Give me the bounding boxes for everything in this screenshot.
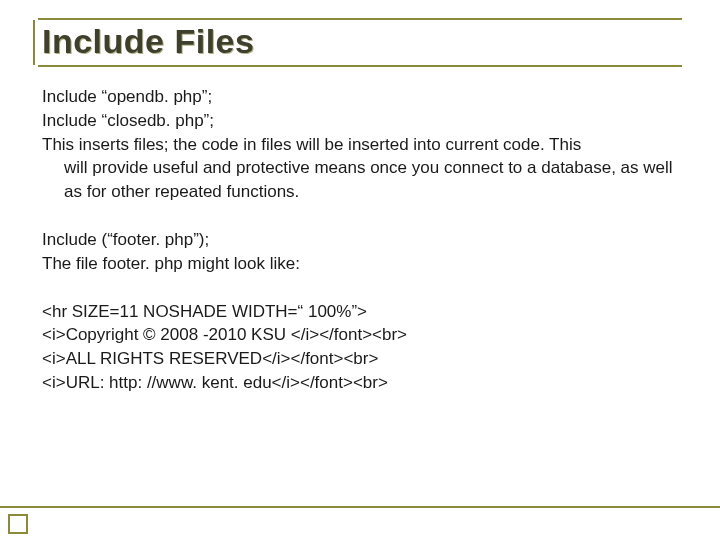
title-container: Include Files [38, 18, 682, 67]
description-cont: will provide useful and protective means… [42, 156, 682, 204]
code-line: <i>URL: http: //www. kent. edu</i></font… [42, 371, 682, 395]
code-line: The file footer. php might look like: [42, 252, 682, 276]
corner-square-icon [8, 514, 28, 534]
paragraph-block-3: <hr SIZE=11 NOSHADE WIDTH=“ 100%”> <i>Co… [42, 300, 682, 395]
slide-content: Include “opendb. php”; Include “closedb.… [38, 85, 682, 395]
code-line: Include “closedb. php”; [42, 109, 682, 133]
paragraph-block-2: Include (“footer. php”); The file footer… [42, 228, 682, 276]
slide-title: Include Files [38, 22, 682, 61]
code-line: Include “opendb. php”; [42, 85, 682, 109]
description-lead: This inserts files; the code in files wi… [42, 133, 682, 157]
code-line: Include (“footer. php”); [42, 228, 682, 252]
paragraph-block-1: Include “opendb. php”; Include “closedb.… [42, 85, 682, 204]
code-line: <i>ALL RIGHTS RESERVED</i></font><br> [42, 347, 682, 371]
footer-band [0, 506, 720, 540]
code-line: <hr SIZE=11 NOSHADE WIDTH=“ 100%”> [42, 300, 682, 324]
slide: Include Files Include “opendb. php”; Inc… [0, 0, 720, 395]
code-line: <i>Copyright © 2008 -2010 KSU </i></font… [42, 323, 682, 347]
